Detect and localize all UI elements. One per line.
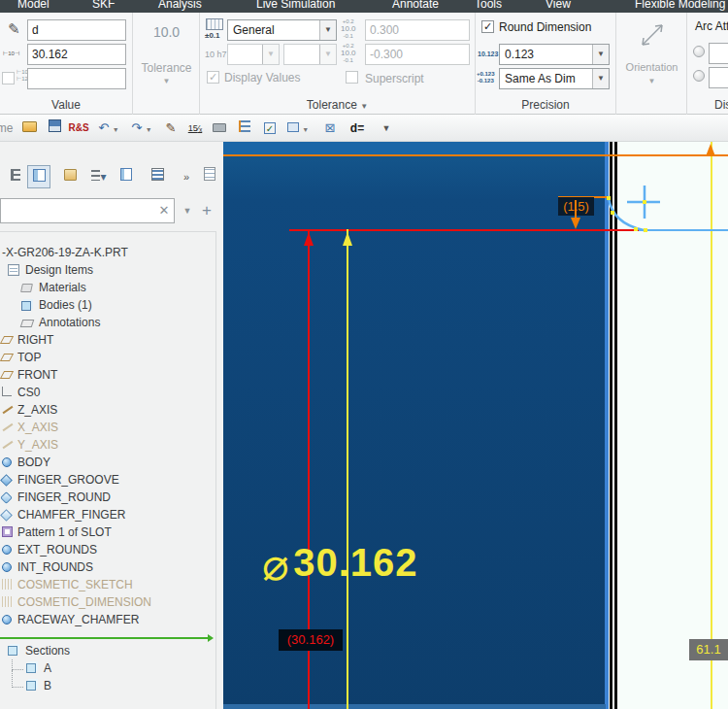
crosshair-center-dot[interactable]	[643, 200, 646, 204]
round-dimension-checkbox[interactable]	[481, 20, 494, 33]
folder-browser-icon[interactable]	[58, 165, 82, 188]
arc-attach-radio-2[interactable]	[693, 70, 705, 82]
dual-value-input[interactable]	[27, 68, 126, 89]
round-dimension-label: Round Dimension	[499, 20, 591, 34]
tree-item-cosmetic-dimension[interactable]: COSMETIC_DIMENSION	[0, 593, 215, 611]
regenerate-icon[interactable]: ✎	[161, 118, 181, 138]
save-icon[interactable]	[45, 118, 64, 138]
chevron-down-icon[interactable]: ▼	[592, 45, 609, 64]
dimension-value-input[interactable]	[27, 44, 126, 65]
tab-analysis[interactable]: Analysis	[158, 0, 202, 11]
layer-tree-icon[interactable]	[235, 118, 254, 138]
arc-attach-field-1[interactable]	[709, 43, 728, 64]
model-tree-icon[interactable]	[27, 165, 50, 188]
vertex-dot[interactable]	[644, 228, 647, 232]
search-clear-icon[interactable]: ✕	[155, 198, 173, 223]
tree-item-z-axis[interactable]: Z_AXIS	[0, 401, 215, 419]
tree-item-pattern-1-of-slot[interactable]: Pattern 1 of SLOT	[0, 523, 215, 541]
print-icon[interactable]	[210, 118, 229, 138]
arc-attach-field-2[interactable]	[709, 67, 728, 88]
tree-search-input[interactable]	[0, 198, 175, 223]
tolerance-group-label[interactable]: Tolerance ▼	[200, 98, 475, 112]
tree-item-sections[interactable]: Sections	[0, 642, 215, 659]
tree-item-section-a[interactable]: A	[0, 659, 215, 677]
tab-model[interactable]: Model	[17, 0, 50, 11]
toolbar-overflow-icon[interactable]: ▼	[377, 118, 396, 138]
vertex-dot[interactable]	[607, 196, 611, 200]
chevron-down-icon[interactable]: ▼	[592, 69, 609, 88]
dual-dimension-checkbox[interactable]	[2, 72, 15, 84]
tree-item-section-b[interactable]: B	[0, 677, 215, 694]
tree-item-top[interactable]: TOP	[0, 349, 215, 366]
toolbar-expand-icon[interactable]: »	[175, 165, 198, 188]
orientation-button[interactable]: Orientation	[616, 61, 687, 73]
orientation-icon	[638, 20, 667, 50]
tab-live-simulation[interactable]: Live Simulation	[256, 0, 335, 11]
superscript-checkbox[interactable]	[346, 71, 358, 84]
tree-item-materials[interactable]: Materials	[0, 279, 215, 296]
tree-item--x-gr206-19-za-k-prt[interactable]: -X-GR206-19-ZA-K.PRT	[0, 244, 215, 261]
tree-item-bodies-1-[interactable]: Bodies (1)	[0, 296, 215, 314]
tree-copy-icon[interactable]	[115, 165, 138, 188]
decimal-places-select[interactable]: 0.123▼	[499, 44, 610, 65]
orientation-dropdown-icon[interactable]: ▼	[616, 77, 687, 85]
windows-icon[interactable]: ▼	[283, 118, 313, 138]
tree-item-finger-round[interactable]: FINGER_ROUND	[0, 489, 215, 506]
add-search-icon[interactable]: +	[198, 198, 215, 223]
vertex-dot[interactable]	[611, 211, 614, 215]
tree-columns-icon[interactable]	[4, 165, 27, 188]
close-window-icon[interactable]: ⊠	[320, 118, 340, 138]
tab-flexible-modeling[interactable]: Flexible Modeling	[635, 0, 725, 11]
dimension-name-input[interactable]	[27, 19, 126, 41]
tree-item-body[interactable]: BODY	[0, 454, 215, 471]
tab-view[interactable]: View	[546, 0, 571, 11]
axis-icon	[3, 406, 14, 415]
tolerance-button[interactable]: Tolerance	[133, 61, 200, 75]
tree-item-cs0[interactable]: CS0	[0, 384, 215, 401]
reference-dimension-label[interactable]: (30.162)	[279, 629, 343, 651]
tree-item-raceway-chamfer[interactable]: RACEWAY_CHAMFER	[0, 611, 215, 628]
dim-equals-icon[interactable]: d=	[346, 118, 369, 138]
tree-item-label: Z_AXIS	[17, 403, 57, 417]
vertex-dot[interactable]	[634, 227, 638, 231]
display-values-checkbox[interactable]	[207, 71, 219, 84]
tree-item-right[interactable]: RIGHT	[0, 331, 215, 349]
upper-tolerance-input[interactable]	[365, 19, 470, 41]
rs-tool-icon[interactable]: R&S	[66, 118, 91, 138]
tree-item-cosmetic-sketch[interactable]: COSMETIC_SKETCH	[0, 576, 215, 593]
tree-item-finger-groove[interactable]: FINGER_GROOVE	[0, 471, 215, 489]
tolerance-decimal-select[interactable]: Same As Dim▼	[499, 68, 610, 89]
graphics-viewport[interactable]: (1.5) ⌀ 30.162 (30.162) 61.1	[223, 142, 728, 709]
checklist-icon[interactable]	[146, 165, 169, 188]
tree-item-annotations[interactable]: Annotations	[0, 314, 215, 331]
open-file-icon[interactable]	[19, 118, 39, 138]
switch-dimensions-icon[interactable]: 15⁄ₓ	[184, 118, 206, 138]
tolerance-button-dropdown-icon[interactable]: ▼	[133, 77, 200, 85]
tree-item-design-items[interactable]: Design Items	[0, 261, 215, 279]
diameter-dimension-text[interactable]: ⌀ 30.162	[262, 538, 418, 591]
tab-tools[interactable]: Tools	[475, 0, 502, 11]
tree-item-int-rounds[interactable]: INT_ROUNDS	[0, 558, 215, 576]
arc-attach-radio-1[interactable]	[693, 46, 705, 57]
tree-item-ext-rounds[interactable]: EXT_ROUNDS	[0, 541, 215, 558]
tree-item-x-axis[interactable]: X_AXIS	[0, 419, 215, 436]
insert-here-locator[interactable]	[0, 637, 212, 639]
redo-button[interactable]: ↷ ▼	[128, 118, 155, 138]
filter-icon[interactable]: ▾	[87, 165, 111, 188]
fit-grade-select[interactable]: ▼	[283, 44, 337, 65]
edge-dimension-label[interactable]: 61.1	[689, 639, 728, 660]
tree-item-chamfer-finger[interactable]: CHAMFER_FINGER	[0, 506, 215, 523]
tree-settings-icon[interactable]	[198, 165, 221, 188]
tab-annotate[interactable]: Annotate	[392, 0, 439, 11]
tab-skf[interactable]: SKF	[92, 0, 115, 11]
undo-button[interactable]: ↶ ▼	[95, 118, 122, 138]
tree-item-front[interactable]: FRONT	[0, 366, 215, 384]
verify-window-icon[interactable]: ✓	[260, 118, 280, 138]
fit-class-select[interactable]: ▼	[227, 44, 280, 65]
lower-tolerance-input[interactable]	[365, 44, 470, 65]
revolve-icon	[2, 615, 12, 625]
tolerance-mode-select[interactable]: General▼	[227, 19, 337, 41]
chevron-down-icon[interactable]: ▼	[319, 20, 336, 40]
tree-item-y-axis[interactable]: Y_AXIS	[0, 436, 215, 454]
search-options-icon[interactable]: ▼	[179, 198, 196, 223]
